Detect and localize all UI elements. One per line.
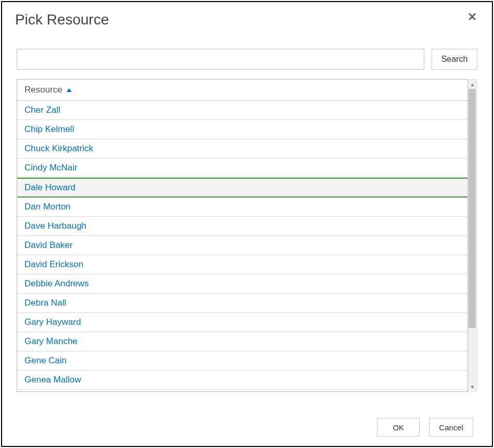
search-button[interactable]: Search (432, 49, 477, 70)
dialog-header: Pick Resource ✕ (2, 2, 492, 33)
dialog-footer: OK Cancel (377, 418, 473, 437)
table-row[interactable]: Chip Kelmell (17, 120, 467, 139)
ok-button[interactable]: OK (377, 418, 420, 437)
table-row[interactable]: Debra Nall (17, 294, 467, 313)
resource-link[interactable]: Gary Hayward (24, 317, 81, 327)
table-row[interactable]: David Erickson (17, 255, 467, 274)
table-row[interactable]: Gary Manche (17, 332, 467, 351)
resource-table: Resource Cher ZallChip KelmellChuck Kirk… (17, 79, 468, 392)
resource-link[interactable]: Dan Morton (24, 202, 71, 212)
resource-link[interactable]: Genea Mallow (24, 375, 81, 385)
column-header-resource[interactable]: Resource (17, 80, 467, 101)
resource-link[interactable]: Chuck Kirkpatrick (24, 143, 93, 153)
resource-link[interactable]: Debra Nall (24, 298, 66, 308)
table-row[interactable]: Dan Morton (17, 197, 467, 217)
table-row[interactable]: David Baker (17, 236, 467, 255)
table-row[interactable]: Gary Hayward (17, 313, 467, 332)
resource-link[interactable]: David Baker (24, 240, 73, 250)
scroll-thumb[interactable] (469, 89, 476, 328)
table-row[interactable]: Cindy McNair (17, 159, 467, 178)
scroll-down-icon[interactable]: ▼ (468, 382, 477, 391)
column-header-label: Resource (24, 85, 62, 95)
table-row[interactable]: Chuck Kirkpatrick (17, 139, 467, 159)
resource-link[interactable]: Dave Harbaugh (24, 221, 86, 231)
resource-link[interactable]: Debbie Andrews (24, 279, 89, 288)
resource-link[interactable]: Chip Kelmell (24, 124, 74, 134)
cancel-button[interactable]: Cancel (429, 418, 473, 437)
list-wrap: Resource Cher ZallChip KelmellChuck Kirk… (17, 79, 477, 392)
scroll-up-icon[interactable]: ▲ (468, 80, 477, 89)
pick-resource-dialog: Pick Resource ✕ Search Resource Cher Zal… (1, 1, 493, 447)
resource-link[interactable]: Gary Manche (24, 336, 77, 346)
resource-link[interactable]: David Erickson (24, 259, 83, 269)
table-row[interactable]: Dave Harbaugh (17, 217, 467, 236)
table-row[interactable]: Gene Cain (17, 351, 467, 371)
dialog-content: Search Resource Cher ZallChip KelmellChu… (2, 33, 492, 392)
search-input[interactable] (17, 49, 424, 70)
close-icon[interactable]: ✕ (465, 11, 479, 23)
table-row[interactable]: Debbie Andrews (17, 274, 467, 294)
search-row: Search (17, 49, 477, 70)
table-body: Cher ZallChip KelmellChuck KirkpatrickCi… (17, 101, 467, 390)
resource-link[interactable]: Gene Cain (24, 355, 67, 365)
resource-link[interactable]: Dale Howard (24, 182, 75, 192)
table-row[interactable]: Cher Zall (17, 101, 467, 120)
dialog-title: Pick Resource (15, 11, 109, 28)
scrollbar[interactable]: ▲ ▼ (468, 79, 477, 392)
sort-ascending-icon (67, 88, 72, 92)
table-row[interactable]: Dale Howard (17, 178, 467, 197)
table-row[interactable]: Genea Mallow (17, 371, 467, 390)
resource-link[interactable]: Cher Zall (24, 105, 60, 115)
resource-link[interactable]: Cindy McNair (24, 163, 77, 173)
